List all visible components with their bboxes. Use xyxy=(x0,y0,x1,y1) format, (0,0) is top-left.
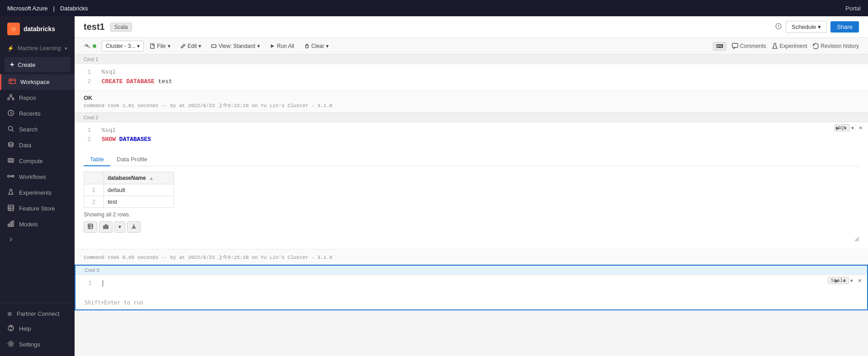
cell-cmd3-code[interactable]: Scala ▶ ▾ ▾ ✕ 1 xyxy=(75,275,867,298)
sidebar-item-search[interactable]: Search xyxy=(0,122,75,137)
svg-rect-18 xyxy=(8,175,9,177)
cell-cmd1-code[interactable]: 1 %sql 2 CREATE DATABASE test xyxy=(75,64,868,90)
cell-expand-btn[interactable]: ▾ xyxy=(842,124,849,132)
svg-line-8 xyxy=(9,96,11,98)
ml-icon: ⚡ xyxy=(7,45,14,52)
experiments-icon xyxy=(7,188,14,197)
cell-cmd3-expand-btn[interactable]: ▾ xyxy=(841,277,848,285)
sidebar-expand-toggle[interactable] xyxy=(0,232,75,248)
cell-cmd2-code[interactable]: SQL ▶ ▾ ▾ ✕ 1 %sql 2 SHOW xyxy=(75,122,868,150)
sidebar-item-models[interactable]: Models xyxy=(0,216,75,232)
sidebar-item-machine-learning[interactable]: ⚡ Machine Learning ▾ xyxy=(0,42,75,55)
cell-cmd1-output: OK Command took 1.01 seconds -- by at 20… xyxy=(75,90,868,112)
notebook-language-badge[interactable]: Scala xyxy=(110,23,132,32)
svg-rect-37 xyxy=(732,43,738,47)
file-chevron-icon: ▾ xyxy=(168,43,170,49)
svg-rect-39 xyxy=(88,224,93,229)
sidebar: databricks ⚡ Machine Learning ▾ + Create… xyxy=(0,16,75,356)
sidebar-item-workspace[interactable]: Workspace xyxy=(0,74,75,90)
sidebar-item-data[interactable]: Data xyxy=(0,137,75,153)
search-icon xyxy=(7,125,14,134)
clear-chevron-icon: ▾ xyxy=(326,43,329,49)
sidebar-item-workflows[interactable]: Workflows xyxy=(0,169,75,185)
tab-data-profile[interactable]: Data Profile xyxy=(110,153,154,166)
help-icon xyxy=(7,324,14,333)
svg-rect-43 xyxy=(104,226,104,229)
svg-rect-22 xyxy=(8,205,14,211)
sidebar-item-compute[interactable]: Compute xyxy=(0,153,75,169)
workspace-icon xyxy=(9,78,16,86)
resize-handle[interactable]: ◢ xyxy=(854,234,859,242)
output-chart-type-btn[interactable]: ▾ xyxy=(114,221,125,233)
cell-run-btn[interactable]: ▶ xyxy=(834,124,841,132)
output-chart-btn[interactable] xyxy=(99,221,113,233)
table-row: 1 default xyxy=(84,184,174,196)
svg-rect-26 xyxy=(8,224,9,226)
cell-cmd2-meta: Command took 0.05 seconds -- by at 2022/… xyxy=(75,249,868,264)
row-value-default: default xyxy=(104,184,174,196)
row-num-2: 2 xyxy=(84,196,104,207)
cell-cmd2-header: Cmd 2 xyxy=(75,113,868,122)
svg-rect-45 xyxy=(107,225,108,229)
output-download-btn[interactable] xyxy=(127,221,141,233)
notebook-body: Cmd 1 1 %sql 2 CREATE DATABASE test OK xyxy=(75,55,868,356)
experiment-button[interactable]: Experiment xyxy=(772,43,807,49)
cluster-chevron-icon: ▾ xyxy=(137,43,140,49)
sort-icon[interactable]: ▲ xyxy=(149,176,154,181)
svg-marker-36 xyxy=(271,44,274,48)
sidebar-item-recents[interactable]: Recents xyxy=(0,106,75,122)
cell-cmd3-down-btn[interactable]: ▾ xyxy=(849,277,855,285)
tab-table[interactable]: Table xyxy=(84,153,110,166)
svg-point-13 xyxy=(9,142,13,144)
run-all-button[interactable]: Run All xyxy=(266,41,298,52)
comments-button[interactable]: Comments xyxy=(732,43,766,49)
sidebar-item-partner-connect[interactable]: ⊕ Partner Connect xyxy=(0,307,75,321)
svg-line-12 xyxy=(12,130,14,132)
sidebar-item-settings[interactable]: Settings xyxy=(0,337,75,352)
notebook-title: test1 xyxy=(84,22,105,32)
sidebar-item-experiments[interactable]: Experiments xyxy=(0,185,75,201)
share-button[interactable]: Share xyxy=(830,21,859,33)
portal-link[interactable]: Portal xyxy=(845,5,861,12)
cell-cmd3-close-btn[interactable]: ✕ xyxy=(856,277,863,285)
toolbar-status xyxy=(84,42,98,50)
cell-cmd1-header: Cmd 1 xyxy=(75,55,868,64)
cell-cmd3-run-btn[interactable]: ▶ xyxy=(833,277,840,285)
svg-point-6 xyxy=(8,98,9,100)
nav-separator: | xyxy=(53,5,55,12)
schedule-button[interactable]: Schedule ▾ xyxy=(786,21,827,33)
edit-button[interactable]: Edit ▾ xyxy=(176,41,206,52)
sidebar-item-feature-store[interactable]: Feature Store xyxy=(0,201,75,216)
toolbar-right-actions: ⌨ Comments Experiment Revision history xyxy=(713,42,859,51)
sidebar-logo: databricks xyxy=(0,16,75,42)
svg-rect-28 xyxy=(12,221,14,226)
databricks-label[interactable]: Databricks xyxy=(60,5,88,12)
sidebar-item-create[interactable]: + Create xyxy=(5,57,70,72)
sidebar-item-help[interactable]: Help xyxy=(0,321,75,337)
svg-line-9 xyxy=(11,96,13,98)
schedule-chevron-icon: ▾ xyxy=(818,23,821,30)
row-value-test: test xyxy=(104,196,174,207)
output-table-view-btn[interactable] xyxy=(84,221,97,233)
clear-button[interactable]: Clear ▾ xyxy=(300,41,333,52)
svg-point-30 xyxy=(10,329,11,330)
table-row-num-header xyxy=(84,172,104,184)
svg-rect-2 xyxy=(9,79,15,84)
compute-icon xyxy=(7,157,14,165)
file-button[interactable]: File ▾ xyxy=(146,41,174,52)
partner-connect-icon: ⊕ xyxy=(7,310,12,317)
cell-down-btn[interactable]: ▾ xyxy=(849,124,856,132)
cell-cmd1: Cmd 1 1 %sql 2 CREATE DATABASE test OK xyxy=(75,55,868,113)
header-actions: Schedule ▾ Share xyxy=(775,21,859,33)
data-icon xyxy=(7,141,14,150)
table-col-database-name[interactable]: databaseName ▲ xyxy=(104,172,174,184)
logo-text: databricks xyxy=(24,25,55,33)
view-button[interactable]: View: Standard ▾ xyxy=(207,41,264,52)
revision-history-button[interactable]: Revision history xyxy=(812,43,859,49)
svg-rect-44 xyxy=(105,225,106,229)
cluster-selector[interactable]: Cluster - 3... ▾ xyxy=(102,41,144,52)
svg-point-34 xyxy=(87,46,88,47)
sidebar-item-repos[interactable]: Repos xyxy=(0,90,75,106)
cell-close-btn[interactable]: ✕ xyxy=(857,124,864,132)
keyboard-shortcut-badge: ⌨ xyxy=(713,42,726,51)
